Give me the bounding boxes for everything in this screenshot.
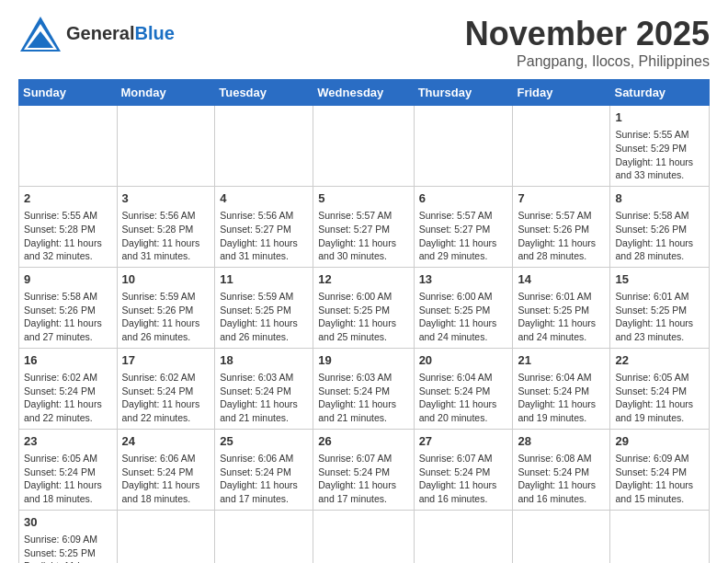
weekday-header-wednesday: Wednesday bbox=[313, 80, 414, 106]
cell-info: Sunrise: 6:05 AM Sunset: 5:24 PM Dayligh… bbox=[615, 371, 704, 425]
cell-info: Sunrise: 6:04 AM Sunset: 5:24 PM Dayligh… bbox=[419, 371, 508, 425]
cell-info: Sunrise: 5:58 AM Sunset: 5:26 PM Dayligh… bbox=[615, 209, 704, 263]
day-number: 29 bbox=[615, 433, 704, 450]
week-row-3: 16Sunrise: 6:02 AM Sunset: 5:24 PM Dayli… bbox=[19, 348, 710, 429]
day-number: 24 bbox=[122, 433, 210, 450]
day-number: 25 bbox=[220, 433, 308, 450]
calendar-cell: 27Sunrise: 6:07 AM Sunset: 5:24 PM Dayli… bbox=[414, 429, 513, 510]
calendar-cell: 25Sunrise: 6:06 AM Sunset: 5:24 PM Dayli… bbox=[215, 429, 313, 510]
day-number: 18 bbox=[220, 352, 308, 369]
cell-info: Sunrise: 6:08 AM Sunset: 5:24 PM Dayligh… bbox=[518, 452, 605, 506]
logo-icon bbox=[18, 15, 63, 53]
day-number: 22 bbox=[615, 352, 704, 369]
cell-info: Sunrise: 6:04 AM Sunset: 5:24 PM Dayligh… bbox=[518, 371, 605, 425]
logo: GeneralBlue bbox=[18, 15, 175, 52]
week-row-1: 2Sunrise: 5:55 AM Sunset: 5:28 PM Daylig… bbox=[19, 186, 710, 267]
calendar-cell: 21Sunrise: 6:04 AM Sunset: 5:24 PM Dayli… bbox=[513, 348, 610, 429]
day-number: 21 bbox=[518, 352, 605, 369]
day-number: 12 bbox=[318, 271, 408, 288]
calendar-cell bbox=[414, 510, 513, 563]
calendar-cell: 22Sunrise: 6:05 AM Sunset: 5:24 PM Dayli… bbox=[610, 348, 710, 429]
calendar-cell bbox=[215, 510, 313, 563]
week-row-4: 23Sunrise: 6:05 AM Sunset: 5:24 PM Dayli… bbox=[19, 429, 710, 510]
day-number: 23 bbox=[24, 433, 112, 450]
calendar-cell: 29Sunrise: 6:09 AM Sunset: 5:24 PM Dayli… bbox=[610, 429, 710, 510]
cell-info: Sunrise: 6:02 AM Sunset: 5:24 PM Dayligh… bbox=[122, 371, 210, 425]
cell-info: Sunrise: 6:06 AM Sunset: 5:24 PM Dayligh… bbox=[122, 452, 210, 506]
calendar-cell bbox=[513, 510, 610, 563]
calendar-cell bbox=[513, 106, 610, 187]
weekday-header-saturday: Saturday bbox=[610, 80, 710, 106]
calendar-cell: 23Sunrise: 6:05 AM Sunset: 5:24 PM Dayli… bbox=[19, 429, 118, 510]
day-number: 15 bbox=[615, 271, 704, 288]
day-number: 20 bbox=[419, 352, 508, 369]
day-number: 7 bbox=[518, 190, 605, 207]
calendar-cell bbox=[610, 510, 710, 563]
day-number: 2 bbox=[24, 190, 112, 207]
calendar-cell: 2Sunrise: 5:55 AM Sunset: 5:28 PM Daylig… bbox=[19, 186, 118, 267]
weekday-header-friday: Friday bbox=[513, 80, 610, 106]
logo-text: GeneralBlue bbox=[66, 23, 175, 43]
day-number: 3 bbox=[122, 190, 210, 207]
calendar-cell: 7Sunrise: 5:57 AM Sunset: 5:26 PM Daylig… bbox=[513, 186, 610, 267]
calendar-cell: 11Sunrise: 5:59 AM Sunset: 5:25 PM Dayli… bbox=[215, 267, 313, 348]
cell-info: Sunrise: 5:56 AM Sunset: 5:27 PM Dayligh… bbox=[220, 209, 308, 263]
cell-info: Sunrise: 6:05 AM Sunset: 5:24 PM Dayligh… bbox=[24, 452, 112, 506]
weekday-header-tuesday: Tuesday bbox=[215, 80, 313, 106]
cell-info: Sunrise: 6:06 AM Sunset: 5:24 PM Dayligh… bbox=[220, 452, 308, 506]
cell-info: Sunrise: 5:57 AM Sunset: 5:27 PM Dayligh… bbox=[419, 209, 508, 263]
day-number: 13 bbox=[419, 271, 508, 288]
month-title: November 2025 bbox=[465, 15, 710, 53]
day-number: 28 bbox=[518, 433, 605, 450]
day-number: 10 bbox=[122, 271, 210, 288]
cell-info: Sunrise: 6:09 AM Sunset: 5:24 PM Dayligh… bbox=[615, 452, 704, 506]
day-number: 26 bbox=[318, 433, 408, 450]
cell-info: Sunrise: 5:59 AM Sunset: 5:25 PM Dayligh… bbox=[220, 290, 308, 344]
calendar-cell: 17Sunrise: 6:02 AM Sunset: 5:24 PM Dayli… bbox=[117, 348, 215, 429]
calendar-cell: 8Sunrise: 5:58 AM Sunset: 5:26 PM Daylig… bbox=[610, 186, 710, 267]
cell-info: Sunrise: 6:07 AM Sunset: 5:24 PM Dayligh… bbox=[318, 452, 408, 506]
day-number: 16 bbox=[24, 352, 112, 369]
location-title: Pangpang, Ilocos, Philippines bbox=[465, 53, 710, 70]
cell-info: Sunrise: 5:55 AM Sunset: 5:29 PM Dayligh… bbox=[615, 128, 704, 182]
day-number: 19 bbox=[318, 352, 408, 369]
cell-info: Sunrise: 6:01 AM Sunset: 5:25 PM Dayligh… bbox=[518, 290, 605, 344]
calendar-cell: 12Sunrise: 6:00 AM Sunset: 5:25 PM Dayli… bbox=[313, 267, 414, 348]
cell-info: Sunrise: 5:56 AM Sunset: 5:28 PM Dayligh… bbox=[122, 209, 210, 263]
calendar-cell: 4Sunrise: 5:56 AM Sunset: 5:27 PM Daylig… bbox=[215, 186, 313, 267]
cell-info: Sunrise: 5:57 AM Sunset: 5:27 PM Dayligh… bbox=[318, 209, 408, 263]
calendar-cell: 14Sunrise: 6:01 AM Sunset: 5:25 PM Dayli… bbox=[513, 267, 610, 348]
weekday-header-row: SundayMondayTuesdayWednesdayThursdayFrid… bbox=[19, 80, 710, 106]
calendar-cell bbox=[117, 106, 215, 187]
calendar-cell: 13Sunrise: 6:00 AM Sunset: 5:25 PM Dayli… bbox=[414, 267, 513, 348]
calendar-cell: 16Sunrise: 6:02 AM Sunset: 5:24 PM Dayli… bbox=[19, 348, 118, 429]
weekday-header-monday: Monday bbox=[117, 80, 215, 106]
day-number: 8 bbox=[615, 190, 704, 207]
calendar-cell: 1Sunrise: 5:55 AM Sunset: 5:29 PM Daylig… bbox=[610, 106, 710, 187]
calendar-cell bbox=[215, 106, 313, 187]
cell-info: Sunrise: 6:00 AM Sunset: 5:25 PM Dayligh… bbox=[318, 290, 408, 344]
calendar-cell bbox=[313, 510, 414, 563]
weekday-header-sunday: Sunday bbox=[19, 80, 118, 106]
calendar-cell: 20Sunrise: 6:04 AM Sunset: 5:24 PM Dayli… bbox=[414, 348, 513, 429]
cell-info: Sunrise: 6:03 AM Sunset: 5:24 PM Dayligh… bbox=[220, 371, 308, 425]
week-row-2: 9Sunrise: 5:58 AM Sunset: 5:26 PM Daylig… bbox=[19, 267, 710, 348]
calendar-cell bbox=[19, 106, 118, 187]
day-number: 30 bbox=[24, 514, 112, 531]
cell-info: Sunrise: 5:58 AM Sunset: 5:26 PM Dayligh… bbox=[24, 290, 112, 344]
calendar-cell: 3Sunrise: 5:56 AM Sunset: 5:28 PM Daylig… bbox=[117, 186, 215, 267]
calendar-cell: 26Sunrise: 6:07 AM Sunset: 5:24 PM Dayli… bbox=[313, 429, 414, 510]
day-number: 1 bbox=[615, 109, 704, 126]
day-number: 17 bbox=[122, 352, 210, 369]
calendar-cell: 18Sunrise: 6:03 AM Sunset: 5:24 PM Dayli… bbox=[215, 348, 313, 429]
calendar-cell: 6Sunrise: 5:57 AM Sunset: 5:27 PM Daylig… bbox=[414, 186, 513, 267]
calendar-cell: 19Sunrise: 6:03 AM Sunset: 5:24 PM Dayli… bbox=[313, 348, 414, 429]
calendar-table: SundayMondayTuesdayWednesdayThursdayFrid… bbox=[18, 79, 710, 563]
calendar-cell: 28Sunrise: 6:08 AM Sunset: 5:24 PM Dayli… bbox=[513, 429, 610, 510]
calendar-cell bbox=[414, 106, 513, 187]
cell-info: Sunrise: 6:02 AM Sunset: 5:24 PM Dayligh… bbox=[24, 371, 112, 425]
cell-info: Sunrise: 5:57 AM Sunset: 5:26 PM Dayligh… bbox=[518, 209, 605, 263]
calendar-cell bbox=[117, 510, 215, 563]
day-number: 5 bbox=[318, 190, 408, 207]
day-number: 27 bbox=[419, 433, 508, 450]
